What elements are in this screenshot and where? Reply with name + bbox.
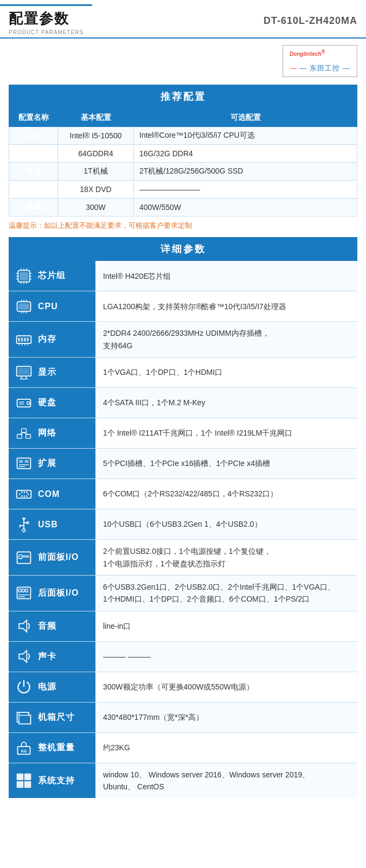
recommend-row: 内存 64GDDR4 16G/32G DDR4 bbox=[9, 145, 357, 163]
detail-value-os: window 10、 Windows server 2016、Windows s… bbox=[95, 763, 357, 799]
detail-row-front-io: 前面板I/O 2个前置USB2.0接口，1个电源按键，1个复位键，1个电源指示灯… bbox=[9, 540, 357, 576]
svg-rect-25 bbox=[24, 337, 26, 341]
svg-marker-60 bbox=[22, 518, 25, 520]
detail-icon-label-audio: 音频 bbox=[9, 611, 95, 641]
rec-name: CPU bbox=[9, 127, 58, 145]
detail-icon-label-size: 机箱尺寸 bbox=[9, 703, 95, 732]
page-title-zh: 配置参数 bbox=[9, 9, 84, 28]
detail-label-power: 电源 bbox=[38, 681, 56, 693]
svg-rect-46 bbox=[19, 459, 23, 462]
detail-row-os: 系统支持 window 10、 Windows server 2016、Wind… bbox=[9, 763, 357, 799]
recommend-row: 光驱 18X DVD ———————— bbox=[9, 181, 357, 199]
detail-row-cpu: CPU LGA1200构架，支持英特尔®酷睿™10代I3/I5/I7处理器 bbox=[9, 291, 357, 322]
detail-label-weight: 整机重量 bbox=[38, 742, 75, 754]
detail-row-rear-io: 后面板I/O 6个USB3.2Gen1口、2个USB2.0口、2个Intel千兆… bbox=[9, 576, 357, 611]
detail-row-weight: KG 整机重量 约23KG bbox=[9, 733, 357, 763]
detail-icon-label-network: 网络 bbox=[9, 418, 95, 448]
detail-row-network: 网络 1个 Intel® I211AT千兆网口，1个 Intel® I219LM… bbox=[9, 418, 357, 449]
detail-label-front-io: 前面板I/O bbox=[38, 552, 79, 563]
header-left: 配置参数 PRODUCT PARAMETERS bbox=[0, 4, 92, 37]
detail-value-front-io: 2个前置USB2.0接口，1个电源按键，1个复位键，1个电源指示灯，1个硬盘状态… bbox=[95, 540, 357, 575]
rec-optional: 400W/550W bbox=[134, 199, 357, 216]
detail-label-cpu: CPU bbox=[38, 302, 58, 311]
svg-point-53 bbox=[21, 495, 23, 497]
svg-marker-76 bbox=[19, 621, 27, 632]
rec-optional: ———————— bbox=[134, 181, 357, 199]
detail-label-os: 系统支持 bbox=[38, 775, 75, 787]
page-title-en: PRODUCT PARAMETERS bbox=[9, 29, 84, 35]
detail-label-size: 机箱尺寸 bbox=[38, 712, 75, 723]
recommend-row: CPU Intel® I5-10500 Intel®Core™10代i3/i5/… bbox=[9, 127, 357, 145]
detail-label-hdd: 硬盘 bbox=[38, 397, 56, 409]
brand-name-italic: Dongtintech® bbox=[290, 51, 325, 57]
detail-icon-label-rear-io: 后面板I/O bbox=[9, 576, 95, 611]
detail-label-usb: USB bbox=[38, 520, 58, 529]
detail-value-network: 1个 Intel® I211AT千兆网口，1个 Intel® I219LM千兆网… bbox=[95, 418, 357, 448]
hdd-icon bbox=[14, 393, 34, 413]
svg-point-51 bbox=[19, 493, 21, 495]
detail-value-rear-io: 6个USB3.2Gen1口、2个USB2.0口、2个Intel千兆网口、1个VG… bbox=[95, 576, 357, 611]
rec-optional: 2T机械/128G/256G/500G SSD bbox=[134, 163, 357, 181]
model-number: DT-610L-ZH420MA bbox=[92, 4, 366, 37]
detail-value-hdd: 4个SATA III口，1个M.2 M-Key bbox=[95, 388, 357, 418]
recommend-tip: 温馨提示：如以上配置不能满足要求，可根据客户要求定制 bbox=[9, 221, 357, 231]
detail-row-usb: USB 10个USB口（6个USB3.2Gen 1、4个USB2.0） bbox=[9, 509, 357, 540]
svg-point-37 bbox=[27, 401, 29, 404]
svg-point-54 bbox=[24, 492, 25, 493]
recommend-row: 硬盘 1T机械 2T机械/128G/256G/500G SSD bbox=[9, 163, 357, 181]
audio-icon bbox=[14, 616, 34, 636]
chipset-icon bbox=[14, 266, 34, 286]
svg-point-56 bbox=[26, 492, 28, 493]
svg-rect-40 bbox=[17, 434, 22, 438]
svg-rect-85 bbox=[17, 781, 23, 788]
svg-rect-1 bbox=[20, 272, 28, 280]
detail-row-sound-card: 声卡 ——— ——— bbox=[9, 642, 357, 672]
svg-rect-62 bbox=[27, 521, 29, 524]
col-name: 配置名称 bbox=[9, 109, 58, 127]
detail-value-cpu: LGA1200构架，支持英特尔®酷睿™10代I3/I5/I7处理器 bbox=[95, 291, 357, 321]
detail-label-audio: 音频 bbox=[38, 621, 56, 632]
svg-rect-32 bbox=[18, 368, 29, 374]
detail-value-chipset: Intel® H420E芯片组 bbox=[95, 261, 357, 291]
expansion-icon bbox=[14, 454, 34, 474]
detail-icon-label-power: 电源 bbox=[9, 672, 95, 702]
detail-row-size: 机箱尺寸 430*480*177mm（宽*深*高） bbox=[9, 703, 357, 733]
svg-rect-83 bbox=[17, 774, 23, 780]
rec-basic: 18X DVD bbox=[58, 181, 134, 199]
svg-rect-36 bbox=[17, 399, 31, 406]
memory-icon bbox=[14, 330, 34, 349]
rec-basic: 64GDDR4 bbox=[58, 145, 134, 163]
com-icon bbox=[14, 484, 34, 504]
brand-logo: Dongtintech® — — 东田工控 — bbox=[282, 45, 357, 77]
weight-icon: KG bbox=[14, 738, 34, 757]
recommend-row: 电源 300W 400W/550W bbox=[9, 199, 357, 216]
detail-label-network: 网络 bbox=[38, 427, 56, 439]
detail-icon-label-memory: 内存 bbox=[9, 322, 95, 357]
recommend-section: 推荐配置 配置名称 基本配置 可选配置 CPU Intel® I5-10500 … bbox=[0, 85, 366, 231]
usb-icon bbox=[14, 515, 34, 534]
detail-label-memory: 内存 bbox=[38, 334, 56, 345]
detail-row-hdd: 硬盘 4个SATA III口，1个M.2 M-Key bbox=[9, 388, 357, 418]
detail-value-sound-card: ——— ——— bbox=[95, 642, 357, 672]
col-optional: 可选配置 bbox=[134, 109, 357, 127]
detail-label-sound-card: 声卡 bbox=[38, 651, 56, 662]
svg-rect-69 bbox=[26, 556, 28, 557]
svg-point-52 bbox=[21, 492, 23, 493]
svg-rect-84 bbox=[24, 774, 31, 780]
rear-io-icon bbox=[14, 583, 34, 603]
detail-label-expansion: 扩展 bbox=[38, 458, 56, 469]
rec-name: 硬盘 bbox=[9, 163, 58, 181]
svg-rect-71 bbox=[18, 589, 21, 592]
size-icon bbox=[14, 707, 34, 727]
svg-rect-73 bbox=[25, 589, 28, 592]
rec-basic: Intel® I5-10500 bbox=[58, 127, 134, 145]
rec-optional: 16G/32G DDR4 bbox=[134, 145, 357, 163]
detail-label-display: 显示 bbox=[38, 367, 56, 378]
detail-icon-label-usb: USB bbox=[9, 509, 95, 539]
detail-row-power: 电源 300W额定功率（可更换400W或550W电源） bbox=[9, 672, 357, 703]
brand-name-en: Dongtintech® bbox=[290, 49, 325, 62]
detail-value-weight: 约23KG bbox=[95, 733, 357, 763]
detail-value-power: 300W额定功率（可更换400W或550W电源） bbox=[95, 672, 357, 702]
detail-section: 详细参数 芯片组 Intel® H420E芯片组 CPU LGA1200构架，支… bbox=[9, 237, 357, 798]
detail-row-memory: 内存 2*DDR4 2400/2666/2933MHz UDIMM内存插槽，支持… bbox=[9, 322, 357, 358]
